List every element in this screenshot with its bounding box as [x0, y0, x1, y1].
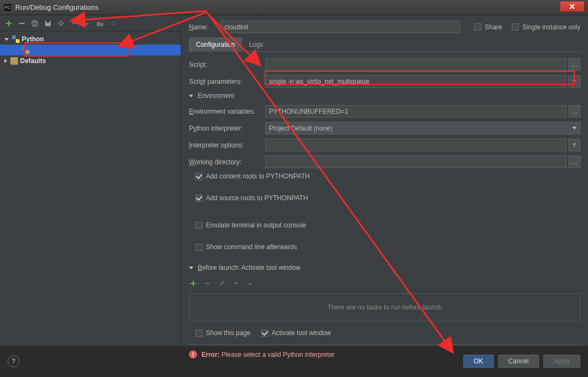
emulate-terminal-checkbox[interactable]: Emulate terminal in output console [195, 221, 580, 229]
checkbox-icon [195, 173, 203, 180]
tree-node-selected[interactable] [0, 45, 181, 55]
collapse-icon[interactable] [109, 19, 118, 28]
browse-button[interactable]: … [568, 58, 580, 71]
name-input[interactable] [220, 21, 460, 33]
tree-label: Python [22, 35, 44, 43]
remove-icon[interactable] [17, 19, 26, 28]
divider [189, 344, 580, 345]
show-cmdline-checkbox[interactable]: Show command line afterwards [195, 243, 580, 251]
activate-tool-checkbox[interactable]: Activate tool window [261, 329, 331, 337]
interpreter-select[interactable]: Project Default (none) [265, 122, 580, 134]
save-icon[interactable] [44, 19, 52, 28]
folder-icon[interactable] [96, 19, 105, 28]
script-input[interactable] [265, 58, 566, 71]
checkbox-icon [261, 330, 268, 337]
tab-configuration[interactable]: Configuration [189, 38, 242, 52]
tree-node-python[interactable]: Python [0, 34, 181, 45]
chevron-down-icon [572, 127, 577, 129]
error-row: ! Error: Please select a valid Python in… [189, 350, 580, 359]
interpreter-opts-input[interactable] [265, 139, 566, 151]
envvars-row: Environment variables: … [189, 105, 580, 118]
app-icon: PC [3, 3, 12, 12]
add-content-roots-checkbox[interactable]: Add content roots to PYTHONPATH [195, 172, 580, 180]
move-up-icon[interactable] [70, 19, 78, 28]
python-icon [12, 35, 20, 43]
expand-icon [4, 38, 9, 41]
svg-point-4 [59, 22, 63, 25]
svg-rect-3 [46, 21, 50, 23]
copy-icon[interactable] [30, 19, 39, 28]
sidebar-toolbar [0, 15, 181, 32]
error-icon: ! [189, 350, 197, 359]
tree-node-defaults[interactable]: Defaults [0, 55, 181, 66]
move-down-task-icon[interactable] [246, 279, 254, 288]
env-section-header[interactable]: Environment [189, 92, 580, 100]
show-this-page-checkbox[interactable]: Show this page [195, 329, 250, 337]
window-title: Run/Debug Configurations [15, 3, 560, 11]
python-icon [22, 46, 29, 54]
interpreter-opts-label: Interpreter options: [189, 141, 265, 149]
main-area: Python Defaults Name: Share Single insta… [0, 15, 588, 346]
add-source-roots-checkbox[interactable]: Add source roots to PYTHONPATH [195, 194, 580, 202]
single-instance-checkbox[interactable]: Single instance only [512, 23, 580, 31]
expand-icon [189, 95, 193, 97]
browse-button[interactable]: … [568, 105, 580, 118]
workdir-label: Working directory: [189, 158, 265, 166]
script-params-label: Script parameters: [189, 78, 265, 85]
expand-button[interactable] [568, 139, 580, 151]
name-row: Name: Share Single instance only [189, 21, 580, 33]
add-icon[interactable] [4, 19, 13, 28]
script-params-input[interactable] [265, 75, 566, 88]
before-launch-header[interactable]: Before launch: Activate tool window [189, 264, 580, 271]
tab-logs[interactable]: Logs [242, 38, 270, 51]
interpreter-label: Python interpreter: [189, 125, 265, 132]
content-panel: Name: Share Single instance only Configu… [181, 15, 588, 346]
workdir-row: Working directory: … [189, 156, 580, 168]
move-up-task-icon[interactable] [231, 279, 240, 288]
checkbox-icon [512, 23, 519, 30]
expand-button[interactable] [568, 75, 580, 88]
header-options: Share Single instance only [474, 23, 580, 31]
checkbox-icon [195, 244, 203, 251]
remove-task-icon[interactable] [203, 279, 212, 288]
workdir-input[interactable] [265, 156, 566, 168]
sidebar: Python Defaults [0, 15, 181, 346]
envvars-input[interactable] [265, 105, 566, 118]
checkbox-icon [474, 23, 481, 30]
browse-button[interactable]: … [568, 156, 580, 168]
interpreter-opts-row: Interpreter options: [189, 139, 580, 151]
collapse-icon [4, 59, 7, 63]
interpreter-row: Python interpreter: Project Default (non… [189, 122, 580, 134]
script-params-row: Script parameters: [189, 75, 580, 88]
script-row: Script: … [189, 58, 580, 71]
help-button[interactable]: ? [8, 355, 20, 367]
settings-icon[interactable] [57, 19, 65, 28]
name-label: Name: [189, 23, 215, 31]
move-down-icon[interactable] [83, 19, 91, 28]
checkbox-icon [195, 195, 203, 202]
checkbox-icon [195, 330, 203, 337]
before-launch-toolbar [189, 277, 580, 293]
tabs: Configuration Logs [189, 38, 580, 52]
add-task-icon[interactable] [189, 279, 198, 288]
defaults-icon [10, 57, 18, 65]
envvars-label: Environment variables: [189, 108, 265, 115]
checkbox-icon [195, 222, 203, 229]
tree-label: Defaults [20, 57, 46, 65]
edit-task-icon[interactable] [217, 279, 226, 288]
script-label: Script: [189, 61, 265, 69]
close-button[interactable] [560, 1, 585, 12]
close-icon [569, 3, 575, 10]
config-tree: Python Defaults [0, 32, 181, 346]
share-checkbox[interactable]: Share [474, 23, 502, 31]
tasks-list: There are no tasks to run before launch [189, 293, 580, 322]
expand-icon [189, 267, 193, 269]
titlebar: PC Run/Debug Configurations [0, 0, 588, 15]
